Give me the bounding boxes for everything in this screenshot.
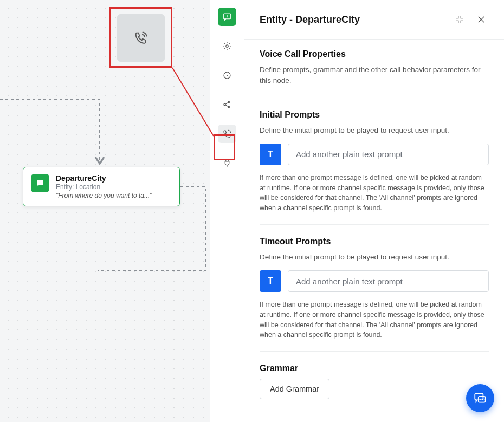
flow-canvas[interactable]: DepartureCity Entity: Location "From whe… <box>0 0 210 422</box>
svg-point-8 <box>227 75 228 76</box>
rail-tab-settings[interactable] <box>218 37 236 55</box>
panel-body[interactable]: Voice Call Properties Define prompts, gr… <box>244 40 504 422</box>
plug-icon <box>222 158 232 168</box>
section-grammar: Grammar Add Grammar <box>260 363 489 410</box>
timeout-prompts-desc: Define the initial prompt to be played t… <box>260 252 489 263</box>
chat-icon <box>473 391 487 405</box>
svg-point-18 <box>480 399 481 400</box>
gear-icon <box>222 41 232 51</box>
initial-prompt-row: T <box>260 144 489 165</box>
rail-tab-voice-call[interactable] <box>218 125 236 143</box>
rail-tab-prompts[interactable] <box>218 8 236 26</box>
target-icon <box>222 70 232 80</box>
svg-point-5 <box>227 17 228 18</box>
panel-title: Entity - DepartureCity <box>260 14 445 25</box>
voice-props-heading: Voice Call Properties <box>260 49 489 59</box>
svg-point-19 <box>482 399 483 400</box>
svg-rect-0 <box>40 181 41 184</box>
svg-rect-1 <box>40 184 41 185</box>
entity-node-text: DepartureCity Entity: Location "From whe… <box>56 174 152 199</box>
svg-line-12 <box>225 102 228 104</box>
timeout-prompts-heading: Timeout Prompts <box>260 237 489 246</box>
entity-node-departurecity[interactable]: DepartureCity Entity: Location "From whe… <box>23 167 180 206</box>
properties-panel: Entity - DepartureCity Voice Call Proper… <box>244 0 504 422</box>
initial-prompts-note: If more than one prompt message is defin… <box>260 173 489 213</box>
section-timeout-prompts: Timeout Prompts Define the initial promp… <box>260 237 489 352</box>
svg-point-9 <box>224 103 225 105</box>
share-icon <box>222 100 232 109</box>
svg-point-11 <box>228 106 230 108</box>
entity-node-title: DepartureCity <box>56 174 152 183</box>
section-voice-call-properties: Voice Call Properties Define prompts, gr… <box>260 49 489 98</box>
timeout-prompt-row: T <box>260 270 489 292</box>
chat-badge-icon <box>222 12 232 22</box>
chat-fab[interactable] <box>466 384 494 412</box>
close-icon <box>476 15 486 24</box>
initial-prompt-type-button[interactable]: T <box>260 144 281 165</box>
phone-call-icon <box>133 30 148 46</box>
voice-call-floating-tile[interactable] <box>117 14 165 62</box>
phone-icon <box>222 129 232 139</box>
entity-node-subtitle: Entity: Location <box>56 183 152 191</box>
rail-tab-instance[interactable] <box>218 66 236 85</box>
rail-tab-connections[interactable] <box>218 95 236 114</box>
voice-props-desc: Define prompts, grammar and the other ca… <box>260 64 489 87</box>
section-initial-prompts: Initial Prompts Define the initial promp… <box>260 110 489 225</box>
entity-node-quote: "From where do you want to ta..." <box>56 192 152 199</box>
collapse-button[interactable] <box>452 12 467 27</box>
timeout-prompts-note: If more than one prompt message is defin… <box>260 300 489 340</box>
initial-prompts-desc: Define the initial prompt to be played t… <box>260 125 489 136</box>
svg-line-13 <box>225 105 228 107</box>
entity-node-icon <box>31 174 49 192</box>
panel-tab-rail <box>210 0 244 422</box>
svg-point-6 <box>226 45 229 48</box>
collapse-icon <box>455 15 464 24</box>
initial-prompt-input[interactable] <box>288 144 489 165</box>
rail-tab-ivr[interactable] <box>218 154 236 172</box>
add-grammar-button[interactable]: Add Grammar <box>260 379 329 399</box>
timeout-prompt-input[interactable] <box>288 270 489 292</box>
svg-point-20 <box>484 399 485 400</box>
timeout-prompt-type-button[interactable]: T <box>260 270 281 292</box>
svg-point-10 <box>228 101 230 103</box>
grammar-heading: Grammar <box>260 363 489 373</box>
close-button[interactable] <box>474 12 489 27</box>
initial-prompts-heading: Initial Prompts <box>260 110 489 120</box>
panel-header: Entity - DepartureCity <box>244 0 504 40</box>
flow-connectors <box>0 0 210 422</box>
